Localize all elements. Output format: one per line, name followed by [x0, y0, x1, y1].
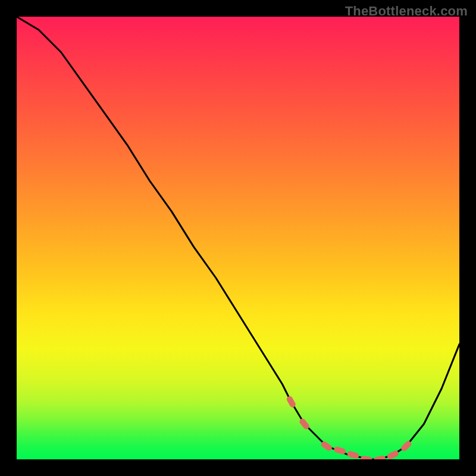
curve-marker [373, 455, 386, 459]
plot-area [17, 17, 459, 459]
curve-overlay [17, 17, 459, 459]
watermark-text: TheBottleneck.com [345, 4, 468, 19]
bottleneck-curve-path [17, 17, 459, 459]
curve-marker [286, 395, 296, 408]
chart-stage: TheBottleneck.com [0, 0, 476, 476]
curve-marker [360, 456, 372, 459]
curve-markers [286, 395, 412, 459]
curve-marker [333, 446, 346, 455]
curve-marker [346, 450, 359, 459]
